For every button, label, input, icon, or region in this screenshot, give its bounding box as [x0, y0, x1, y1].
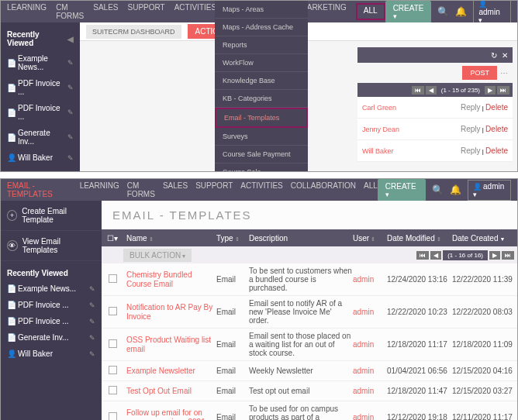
nav-item[interactable]: ACTIVITIES: [174, 3, 216, 20]
reply-link[interactable]: Reply: [461, 146, 481, 155]
sidebar-item[interactable]: 👤Will Baker✎: [1, 150, 80, 166]
col-desc[interactable]: Description: [249, 234, 353, 243]
row-name-link[interactable]: Chemistry Bundled Course Email: [123, 270, 216, 289]
row-checkbox[interactable]: [102, 366, 123, 376]
pager-next[interactable]: ▶: [485, 86, 496, 95]
dropdown-item[interactable]: Knowledge Base: [215, 72, 308, 90]
close-icon[interactable]: ✕: [502, 51, 508, 60]
row-user-link[interactable]: admin: [353, 367, 387, 375]
nav-item[interactable]: ALL: [364, 181, 378, 198]
pager-last[interactable]: ⏭: [502, 251, 514, 260]
sidebar-item[interactable]: 📄Generate Inv...✎: [1, 329, 102, 346]
edit-icon[interactable]: ✎: [89, 334, 95, 342]
module-name[interactable]: EMAIL - TEMPLATES: [7, 181, 72, 198]
create-button[interactable]: CREATE ▾: [385, 1, 432, 23]
delete-link[interactable]: Delete: [485, 103, 508, 112]
dropdown-item[interactable]: Maps - Address Cache: [215, 19, 308, 36]
edit-icon[interactable]: ✎: [89, 318, 95, 325]
col-name[interactable]: Name⇕: [123, 234, 216, 243]
edit-icon[interactable]: ✎: [89, 285, 95, 293]
col-date-created[interactable]: Date Created▼: [452, 234, 517, 243]
dropdown-item[interactable]: Course Sale Payment: [215, 146, 308, 164]
dropdown-item[interactable]: WorkFlow: [215, 54, 308, 72]
dropdown-item[interactable]: Course Sale: [215, 164, 308, 172]
col-date-modified[interactable]: Date Modified⇕: [387, 234, 452, 243]
row-name-link[interactable]: Follow up email for on campus sessions 2…: [123, 408, 216, 421]
refresh-icon[interactable]: ↻: [491, 51, 497, 60]
dropdown-item[interactable]: Maps - Areas: [215, 1, 308, 19]
search-icon[interactable]: 🔍: [432, 184, 444, 195]
edit-icon[interactable]: ✎: [89, 350, 95, 358]
delete-link[interactable]: Delete: [485, 146, 508, 155]
row-user-link[interactable]: admin: [353, 275, 387, 284]
pager-last[interactable]: ⏭: [497, 86, 509, 95]
pager-prev[interactable]: ◀: [426, 86, 437, 95]
reply-link[interactable]: Reply: [461, 103, 481, 112]
nav-item[interactable]: SUPPORT: [195, 181, 233, 198]
sidebar-item[interactable]: 👤Will Baker✎: [1, 346, 102, 362]
edit-icon[interactable]: ✎: [67, 108, 74, 116]
sidebar-item[interactable]: 📄PDF Invoice ...✎: [1, 313, 102, 329]
col-user[interactable]: User⇕: [353, 234, 387, 243]
create-button[interactable]: CREATE ▾: [378, 179, 426, 201]
pager-first[interactable]: ⏮: [416, 251, 429, 260]
sidebar-action[interactable]: +Create Email Template: [1, 201, 102, 231]
nav-item[interactable]: SUPPORT: [127, 3, 164, 20]
user-link[interactable]: Carl Green: [362, 104, 396, 112]
pager-prev[interactable]: ◀: [430, 251, 441, 260]
search-icon[interactable]: 🔍: [437, 6, 449, 17]
more-icon[interactable]: ⋯: [500, 69, 508, 77]
row-checkbox[interactable]: [102, 386, 123, 396]
nav-item[interactable]: COLLABORATION: [291, 181, 356, 198]
edit-icon[interactable]: ✎: [67, 154, 74, 162]
sidebar-item[interactable]: 📄PDF Invoice ...✎: [1, 100, 80, 125]
user-link[interactable]: Will Baker: [362, 147, 394, 155]
sidebar-item[interactable]: 📄Generate Inv...✎: [1, 125, 80, 150]
row-user-link[interactable]: admin: [353, 308, 387, 316]
dropdown-item[interactable]: KB - Categories: [215, 90, 308, 108]
nav-item[interactable]: LEARNING: [7, 3, 47, 20]
sidebar-action[interactable]: 👁View Email Templates: [1, 231, 102, 261]
edit-icon[interactable]: ✎: [89, 301, 95, 309]
row-user-link[interactable]: admin: [353, 340, 387, 349]
row-checkbox[interactable]: [102, 339, 123, 349]
collapse-icon[interactable]: ◀: [67, 35, 74, 43]
row-name-link[interactable]: Test Opt Out Email: [123, 387, 216, 396]
user-link[interactable]: Jenny Dean: [362, 126, 399, 133]
row-checkbox[interactable]: [102, 412, 123, 420]
nav-item[interactable]: SALES: [93, 3, 118, 20]
row-checkbox[interactable]: [102, 274, 123, 284]
user-menu[interactable]: 👤 admin ▾: [468, 180, 512, 201]
nav-item[interactable]: CM FORMS: [56, 3, 84, 20]
dropdown-item[interactable]: Reports: [215, 36, 308, 54]
edit-icon[interactable]: ✎: [67, 84, 74, 91]
row-name-link[interactable]: OSS Product Waiting list email: [123, 336, 216, 354]
notifications-icon[interactable]: 🔔: [455, 6, 467, 17]
select-all-col[interactable]: ☐▾: [102, 234, 123, 243]
row-user-link[interactable]: admin: [353, 413, 387, 420]
nav-item[interactable]: CM FORMS: [127, 181, 155, 198]
sidebar-item[interactable]: 📄Example News...✎: [1, 281, 102, 297]
edit-icon[interactable]: ✎: [67, 59, 74, 67]
row-user-link[interactable]: admin: [353, 387, 387, 395]
sidebar-item[interactable]: 📄PDF Invoice ...✎: [1, 297, 102, 313]
reply-link[interactable]: Reply: [461, 125, 481, 133]
dropdown-item[interactable]: Email - Templates: [215, 108, 308, 128]
dropdown-item[interactable]: Surveys: [215, 128, 308, 146]
col-type[interactable]: Type⇕: [216, 234, 249, 243]
row-name-link[interactable]: Notification to AR Pay By Invoice: [123, 303, 216, 322]
sidebar-item[interactable]: 📄Example News...✎: [1, 50, 80, 75]
nav-item[interactable]: SALES: [163, 181, 188, 198]
delete-link[interactable]: Delete: [485, 125, 508, 133]
edit-icon[interactable]: ✎: [67, 133, 74, 141]
notifications-icon[interactable]: 🔔: [450, 184, 461, 195]
row-checkbox[interactable]: [102, 307, 123, 317]
nav-item[interactable]: LEARNING: [80, 181, 119, 198]
bulk-action-button[interactable]: BULK ACTION ▾: [123, 249, 192, 262]
post-button[interactable]: POST: [462, 66, 497, 80]
row-name-link[interactable]: Example Newsletter: [123, 367, 216, 376]
pager-first[interactable]: ⏮: [412, 86, 424, 95]
pager-next[interactable]: ▶: [489, 251, 500, 260]
sidebar-item[interactable]: 📄PDF Invoice ...✎: [1, 75, 80, 100]
nav-item[interactable]: ACTIVITIES: [240, 181, 282, 198]
